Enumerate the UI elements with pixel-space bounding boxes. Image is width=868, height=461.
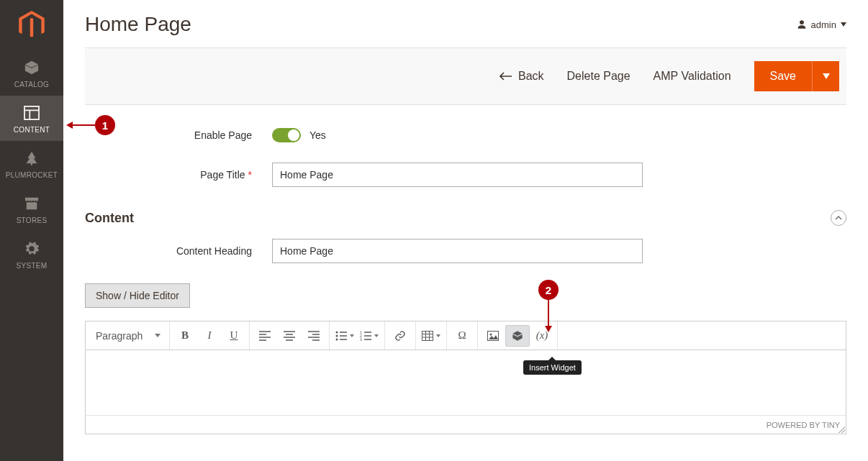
arrow-left-icon bbox=[499, 72, 512, 81]
nav-plumrocket[interactable]: PLUMROCKET bbox=[0, 141, 63, 186]
editor-powered-by: POWERED BY TINY bbox=[767, 421, 840, 429]
nav-label: PLUMROCKET bbox=[6, 171, 58, 179]
storefront-icon bbox=[22, 195, 42, 212]
back-button[interactable]: Back bbox=[499, 70, 544, 83]
admin-sidebar: CATALOG CONTENT PLUMROCKET STORES SYSTEM bbox=[0, 0, 63, 461]
magento-logo-icon bbox=[19, 11, 45, 40]
special-char-button[interactable]: Ω bbox=[450, 325, 474, 347]
show-hide-editor-button[interactable]: Show / Hide Editor bbox=[85, 283, 190, 308]
row-content-heading: Content Heading bbox=[85, 239, 846, 263]
svg-point-5 bbox=[336, 338, 338, 340]
amp-validation-button[interactable]: AMP Validation bbox=[654, 70, 731, 83]
nav-label: SYSTEM bbox=[17, 262, 48, 270]
required-asterisk: * bbox=[248, 169, 252, 181]
table-button[interactable] bbox=[419, 325, 443, 347]
enable-page-value: Yes bbox=[309, 129, 326, 141]
magento-logo[interactable] bbox=[0, 0, 63, 50]
align-center-button[interactable] bbox=[277, 325, 302, 347]
svg-rect-9 bbox=[422, 331, 433, 340]
gear-icon bbox=[22, 240, 42, 257]
row-enable-page: Enable Page Yes bbox=[85, 128, 846, 142]
format-select[interactable]: Paragraph bbox=[90, 325, 166, 347]
align-right-button[interactable] bbox=[302, 325, 326, 347]
row-page-title: Page Title* bbox=[85, 163, 846, 187]
form-section-general: Enable Page Yes Page Title* bbox=[85, 105, 846, 187]
nav-label: STORES bbox=[17, 216, 48, 224]
save-button-group: Save bbox=[754, 61, 839, 91]
editor-content-area[interactable] bbox=[86, 350, 846, 415]
resize-handle[interactable] bbox=[838, 426, 845, 433]
wysiwyg-editor: Paragraph B I U 123 bbox=[85, 321, 846, 434]
triangle-down-icon bbox=[823, 73, 830, 79]
main-content: Home Page admin Back Delete Page AMP Val… bbox=[63, 0, 868, 434]
svg-text:3: 3 bbox=[360, 337, 362, 341]
callout-2: 2 bbox=[538, 280, 559, 300]
bullet-list-button[interactable] bbox=[333, 325, 357, 347]
svg-point-11 bbox=[490, 333, 492, 335]
save-button[interactable]: Save bbox=[754, 61, 812, 91]
svg-point-3 bbox=[336, 331, 338, 333]
insert-widget-button[interactable] bbox=[505, 325, 530, 347]
page-title: Home Page bbox=[85, 13, 191, 36]
user-icon bbox=[797, 19, 807, 29]
italic-button[interactable]: I bbox=[197, 325, 222, 347]
link-button[interactable] bbox=[388, 325, 412, 347]
numbered-list-button[interactable]: 123 bbox=[357, 325, 381, 347]
save-dropdown-button[interactable] bbox=[812, 61, 839, 91]
align-left-button[interactable] bbox=[253, 325, 277, 347]
layout-icon bbox=[22, 104, 42, 122]
callout-1-arrow bbox=[72, 124, 96, 126]
insert-widget-tooltip: Insert Widget bbox=[523, 360, 582, 375]
nav-catalog[interactable]: CATALOG bbox=[0, 50, 63, 96]
action-toolbar: Back Delete Page AMP Validation Save bbox=[85, 47, 846, 105]
delete-page-button[interactable]: Delete Page bbox=[567, 70, 630, 83]
nav-stores[interactable]: STORES bbox=[0, 186, 63, 232]
collapse-toggle[interactable] bbox=[831, 210, 846, 226]
insert-image-button[interactable] bbox=[481, 325, 505, 347]
editor-footer: POWERED BY TINY bbox=[86, 415, 846, 434]
chevron-up-icon bbox=[835, 216, 842, 220]
section-title: Content bbox=[85, 211, 134, 226]
cube-icon bbox=[22, 59, 42, 76]
nav-content[interactable]: CONTENT bbox=[0, 96, 63, 141]
bold-button[interactable]: B bbox=[173, 325, 197, 347]
page-header: Home Page admin bbox=[85, 0, 846, 47]
back-label: Back bbox=[518, 70, 544, 83]
page-title-input[interactable] bbox=[272, 163, 643, 187]
editor-toolbar: Paragraph B I U 123 bbox=[86, 321, 846, 350]
user-menu[interactable]: admin bbox=[797, 19, 846, 30]
nav-system[interactable]: SYSTEM bbox=[0, 232, 63, 277]
underline-button[interactable]: U bbox=[222, 325, 246, 347]
enable-page-toggle[interactable] bbox=[272, 128, 301, 142]
section-header-content[interactable]: Content bbox=[85, 207, 846, 239]
user-name: admin bbox=[811, 19, 836, 30]
chevron-down-icon bbox=[841, 22, 846, 27]
tree-icon bbox=[22, 150, 42, 167]
label-page-title: Page Title* bbox=[85, 169, 272, 181]
svg-point-4 bbox=[336, 334, 338, 337]
nav-label: CATALOG bbox=[14, 81, 49, 88]
callout-2-arrow bbox=[548, 299, 549, 327]
svg-rect-0 bbox=[24, 106, 39, 119]
chevron-down-icon bbox=[155, 334, 161, 337]
callout-1: 1 bbox=[95, 115, 115, 135]
nav-label: CONTENT bbox=[14, 126, 50, 134]
label-content-heading: Content Heading bbox=[85, 245, 272, 257]
content-heading-input[interactable] bbox=[272, 239, 643, 263]
